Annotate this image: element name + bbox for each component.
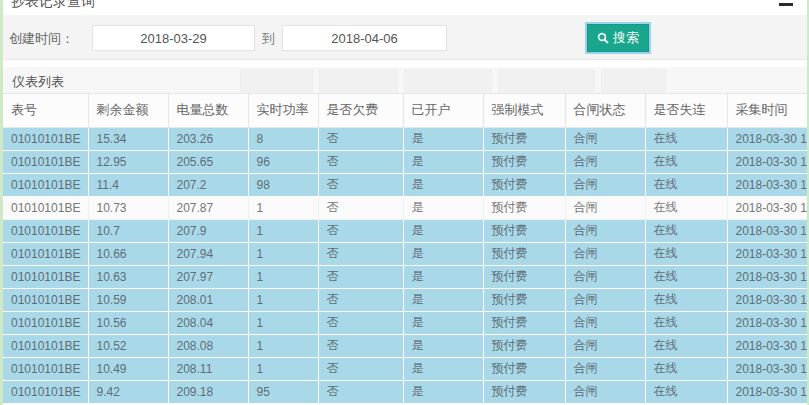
cell-balance: 10.73 bbox=[88, 196, 168, 219]
cell-meter_no: 01010101BE bbox=[3, 127, 88, 150]
search-button-label: 搜索 bbox=[613, 29, 639, 47]
cell-arrears: 否 bbox=[318, 127, 403, 150]
cell-account_opened: 是 bbox=[403, 150, 483, 173]
table-row[interactable]: 01010101BE9.42209.1895否是预付费合闸在线2018-03-3… bbox=[3, 380, 807, 403]
cell-meter_no: 01010101BE bbox=[3, 288, 88, 311]
cell-meter_no: 01010101BE bbox=[3, 242, 88, 265]
toolbar-button-disabled[interactable] bbox=[404, 69, 492, 92]
table-row[interactable]: 01010101BE10.49208.111否是预付费合闸在线2018-03-3… bbox=[3, 357, 807, 380]
meter-list-section-bar: 仪表列表 bbox=[3, 67, 807, 94]
cell-total_energy: 207.9 bbox=[168, 219, 248, 242]
cell-meter_no: 01010101BE bbox=[3, 150, 88, 173]
cell-force_mode: 预付费 bbox=[483, 334, 565, 357]
cell-account_opened: 是 bbox=[403, 380, 483, 403]
toolbar-button-disabled[interactable] bbox=[319, 69, 398, 92]
cell-force_mode: 预付费 bbox=[483, 127, 565, 150]
table-row[interactable]: 01010101BE10.73207.871否是预付费合闸在线2018-03-3… bbox=[3, 196, 807, 219]
cell-collect_time: 2018-03-30 15:1 bbox=[727, 380, 807, 403]
cell-disconnected: 在线 bbox=[645, 357, 727, 380]
cell-disconnected: 在线 bbox=[645, 265, 727, 288]
cell-account_opened: 是 bbox=[403, 219, 483, 242]
toolbar-button-disabled[interactable] bbox=[601, 69, 666, 92]
cell-power: 98 bbox=[248, 173, 318, 196]
cell-power: 1 bbox=[248, 311, 318, 334]
cell-meter_no: 01010101BE bbox=[3, 173, 88, 196]
table-row[interactable]: 01010101BE11.4207.298否是预付费合闸在线2018-03-30… bbox=[3, 173, 807, 196]
cell-disconnected: 在线 bbox=[645, 219, 727, 242]
cell-power: 1 bbox=[248, 196, 318, 219]
cell-arrears: 否 bbox=[318, 150, 403, 173]
table-header-row: 表号剩余金额电量总数实时功率是否欠费已开户强制模式合闸状态是否失连采集时间 bbox=[3, 94, 807, 127]
cell-switch_status: 合闸 bbox=[565, 265, 645, 288]
cell-balance: 10.59 bbox=[88, 288, 168, 311]
toolbar-button-disabled[interactable] bbox=[240, 69, 313, 92]
cell-account_opened: 是 bbox=[403, 242, 483, 265]
column-header-arrears: 是否欠费 bbox=[318, 94, 403, 127]
cell-disconnected: 在线 bbox=[645, 150, 727, 173]
cell-force_mode: 预付费 bbox=[483, 380, 565, 403]
cell-total_energy: 208.04 bbox=[168, 311, 248, 334]
cell-switch_status: 合闸 bbox=[565, 288, 645, 311]
end-date-input[interactable] bbox=[282, 25, 447, 51]
toolbar-button-disabled[interactable] bbox=[498, 69, 595, 92]
cell-disconnected: 在线 bbox=[645, 334, 727, 357]
cell-force_mode: 预付费 bbox=[483, 311, 565, 334]
cell-power: 1 bbox=[248, 288, 318, 311]
cell-balance: 11.4 bbox=[88, 173, 168, 196]
filter-bar: 创建时间： 到 搜索 bbox=[3, 15, 807, 60]
create-time-label: 创建时间： bbox=[9, 30, 74, 48]
cell-account_opened: 是 bbox=[403, 196, 483, 219]
cell-collect_time: 2018-03-30 15:1 bbox=[727, 357, 807, 380]
spacer bbox=[3, 60, 807, 67]
cell-disconnected: 在线 bbox=[645, 380, 727, 403]
cell-arrears: 否 bbox=[318, 196, 403, 219]
cell-account_opened: 是 bbox=[403, 127, 483, 150]
column-header-power: 实时功率 bbox=[248, 94, 318, 127]
cell-balance: 10.63 bbox=[88, 265, 168, 288]
search-icon bbox=[597, 32, 609, 44]
cell-arrears: 否 bbox=[318, 357, 403, 380]
toolbar-disabled-buttons bbox=[240, 69, 666, 92]
table-row[interactable]: 01010101BE10.52208.081否是预付费合闸在线2018-03-3… bbox=[3, 334, 807, 357]
cell-meter_no: 01010101BE bbox=[3, 380, 88, 403]
cell-meter_no: 01010101BE bbox=[3, 334, 88, 357]
column-header-collect_time: 采集时间 bbox=[727, 94, 807, 127]
cell-account_opened: 是 bbox=[403, 311, 483, 334]
search-button[interactable]: 搜索 bbox=[587, 24, 649, 52]
cell-force_mode: 预付费 bbox=[483, 357, 565, 380]
minimize-icon[interactable] bbox=[779, 3, 793, 6]
column-header-meter_no: 表号 bbox=[3, 94, 88, 127]
cell-disconnected: 在线 bbox=[645, 196, 727, 219]
start-date-input[interactable] bbox=[92, 25, 255, 51]
table-row[interactable]: 01010101BE10.59208.011否是预付费合闸在线2018-03-3… bbox=[3, 288, 807, 311]
table-row[interactable]: 01010101BE15.34203.268否是预付费合闸在线2018-03-3… bbox=[3, 127, 807, 150]
table-row[interactable]: 01010101BE10.66207.941否是预付费合闸在线2018-03-3… bbox=[3, 242, 807, 265]
cell-force_mode: 预付费 bbox=[483, 150, 565, 173]
cell-account_opened: 是 bbox=[403, 334, 483, 357]
cell-collect_time: 2018-03-30 15:1 bbox=[727, 288, 807, 311]
cell-total_energy: 205.65 bbox=[168, 150, 248, 173]
cell-account_opened: 是 bbox=[403, 288, 483, 311]
cell-total_energy: 208.08 bbox=[168, 334, 248, 357]
cell-balance: 10.52 bbox=[88, 334, 168, 357]
cell-balance: 10.49 bbox=[88, 357, 168, 380]
cell-meter_no: 01010101BE bbox=[3, 265, 88, 288]
table-row[interactable]: 01010101BE10.56208.041否是预付费合闸在线2018-03-3… bbox=[3, 311, 807, 334]
cell-collect_time: 2018-03-30 15:1 bbox=[727, 173, 807, 196]
cell-force_mode: 预付费 bbox=[483, 265, 565, 288]
cell-force_mode: 预付费 bbox=[483, 242, 565, 265]
table-row[interactable]: 01010101BE10.63207.971否是预付费合闸在线2018-03-3… bbox=[3, 265, 807, 288]
cell-power: 96 bbox=[248, 150, 318, 173]
table-row[interactable]: 01010101BE12.95205.6596否是预付费合闸在线2018-03-… bbox=[3, 150, 807, 173]
cell-switch_status: 合闸 bbox=[565, 196, 645, 219]
cell-total_energy: 207.97 bbox=[168, 265, 248, 288]
section-title: 仪表列表 bbox=[12, 73, 64, 91]
cell-power: 8 bbox=[248, 127, 318, 150]
column-header-switch_status: 合闸状态 bbox=[565, 94, 645, 127]
cell-switch_status: 合闸 bbox=[565, 334, 645, 357]
cell-balance: 15.34 bbox=[88, 127, 168, 150]
cell-meter_no: 01010101BE bbox=[3, 311, 88, 334]
cell-collect_time: 2018-03-30 15:1 bbox=[727, 127, 807, 150]
table-row[interactable]: 01010101BE10.7207.91否是预付费合闸在线2018-03-30 … bbox=[3, 219, 807, 242]
cell-total_energy: 207.94 bbox=[168, 242, 248, 265]
